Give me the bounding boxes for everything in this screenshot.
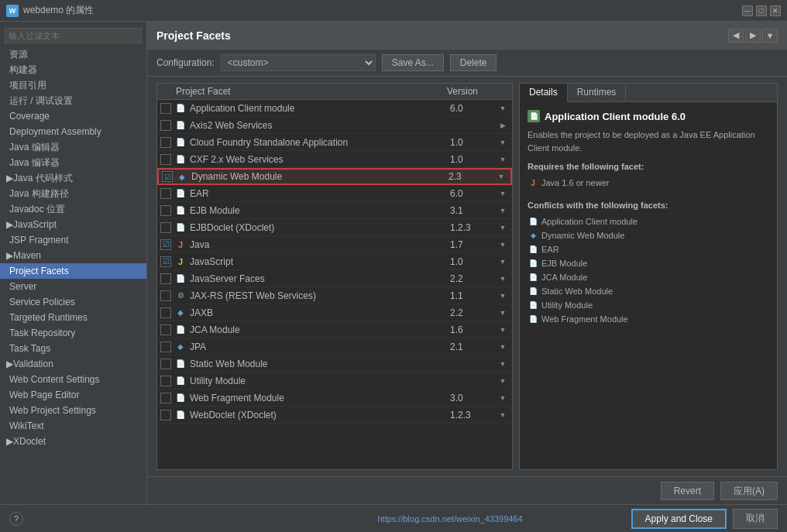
chevron-down-icon[interactable]: ▼ <box>497 224 509 232</box>
close-button[interactable]: ✕ <box>770 5 781 16</box>
table-row[interactable]: ☐ 📄 Cloud Foundry Standalone Application… <box>157 134 512 151</box>
facet-checkbox[interactable]: ☐ <box>160 307 171 318</box>
sidebar-item-WebContentSettings[interactable]: Web Content Settings <box>0 372 146 387</box>
table-row[interactable]: ☐ 📄 Axis2 Web Services ▶ <box>157 117 512 134</box>
sidebar-item-Java代码样式[interactable]: ▶ Java 代码样式 <box>0 170 146 186</box>
facet-checkbox[interactable]: ☐ <box>160 103 171 114</box>
facet-checkbox[interactable]: ☑ <box>160 239 171 250</box>
config-select[interactable]: <custom> <box>221 54 376 71</box>
facet-checkbox[interactable]: ☐ <box>160 324 171 335</box>
table-row[interactable]: ☑ J JavaScript 1.0 ▼ <box>157 253 512 270</box>
chevron-down-icon[interactable]: ▼ <box>497 411 509 419</box>
apply-button[interactable]: 应用(A) <box>720 482 778 500</box>
sidebar-item-TaskTags[interactable]: Task Tags <box>0 341 146 356</box>
table-row[interactable]: ☐ 📄 EJBDoclet (XDoclet) 1.2.3 ▼ <box>157 219 512 236</box>
facet-checkbox[interactable]: ☑ <box>160 256 171 267</box>
minimize-button[interactable]: — <box>742 5 753 16</box>
facet-checkbox[interactable]: ☐ <box>160 290 171 301</box>
chevron-down-icon[interactable]: ▼ <box>497 139 509 146</box>
chevron-down-icon[interactable]: ▼ <box>497 156 509 163</box>
facet-checkbox[interactable]: ☐ <box>160 376 171 386</box>
chevron-down-icon[interactable]: ▼ <box>497 394 509 402</box>
chevron-down-icon[interactable]: ▶ <box>497 122 509 129</box>
sidebar-item-Javadoc[interactable]: Javadoc 位置 <box>0 201 146 217</box>
forward-button[interactable]: ▶ <box>745 29 761 43</box>
table-row[interactable]: ☑ J Java 1.7 ▼ <box>157 236 512 253</box>
sidebar-item-Java构建路径[interactable]: Java 构建路径 <box>0 186 146 201</box>
table-row[interactable]: ☐ 📄 Utility Module ▼ <box>157 372 512 390</box>
table-row[interactable]: ☐ 📄 EJB Module 3.1 ▼ <box>157 202 512 219</box>
sidebar-item-DeploymentAssembly[interactable]: Deployment Assembly <box>0 124 146 139</box>
table-row[interactable]: ☐ 📄 EAR 6.0 ▼ <box>157 185 512 202</box>
menu-button[interactable]: ▼ <box>762 29 778 43</box>
facet-checkbox[interactable]: ☑ <box>162 171 173 182</box>
sidebar-item-项目引用[interactable]: 项目引用 <box>0 77 146 93</box>
facet-checkbox[interactable]: ☐ <box>160 137 171 148</box>
chevron-down-icon[interactable]: ▼ <box>497 377 509 385</box>
sidebar-item-TaskRepository[interactable]: Task Repository <box>0 325 146 341</box>
save-as-button[interactable]: Save As... <box>382 54 444 71</box>
chevron-down-icon[interactable]: ▼ <box>497 309 509 317</box>
sidebar-item-Java编辑器[interactable]: Java 编辑器 <box>0 139 146 155</box>
facet-checkbox[interactable]: ☐ <box>160 410 171 420</box>
table-row[interactable]: ☐ ◆ JPA 2.1 ▼ <box>157 338 512 355</box>
chevron-down-icon[interactable]: ▼ <box>495 173 507 180</box>
facet-checkbox[interactable]: ☐ <box>160 154 171 165</box>
chevron-down-icon[interactable]: ▼ <box>497 241 509 249</box>
sidebar-search-input[interactable] <box>5 28 142 43</box>
facet-checkbox[interactable]: ☐ <box>160 188 171 199</box>
chevron-down-icon[interactable]: ▼ <box>497 258 509 266</box>
table-row[interactable]: ☐ ◆ JAXB 2.2 ▼ <box>157 304 512 321</box>
sidebar-item-XDoclet[interactable]: ▶ XDoclet <box>0 434 146 449</box>
sidebar-item-构建器[interactable]: 构建器 <box>0 62 146 77</box>
sidebar-item-资源[interactable]: 资源 <box>0 46 146 62</box>
sidebar-item-ProjectFacets[interactable]: Project Facets <box>0 263 146 279</box>
sidebar-item-WebProjectSettings[interactable]: Web Project Settings <box>0 403 146 418</box>
facet-checkbox[interactable]: ☐ <box>160 205 171 216</box>
tab-details[interactable]: Details <box>520 84 568 102</box>
sidebar-item-Java编译器[interactable]: Java 编译器 <box>0 155 146 170</box>
sidebar-item-WikiText[interactable]: WikiText <box>0 418 146 434</box>
apply-and-close-button[interactable]: Apply and Close <box>631 509 727 529</box>
chevron-down-icon[interactable]: ▼ <box>497 292 509 300</box>
table-row[interactable]: ☐ 📄 WebDoclet (XDoclet) 1.2.3 ▼ <box>157 407 512 424</box>
sidebar-item-TargetedRuntimes[interactable]: Targeted Runtimes <box>0 310 146 325</box>
chevron-down-icon[interactable]: ▼ <box>497 343 509 351</box>
sidebar-item-Server[interactable]: Server <box>0 279 146 294</box>
table-row[interactable]: ☐ 📄 JCA Module 1.6 ▼ <box>157 321 512 338</box>
chevron-down-icon[interactable]: ▼ <box>497 105 509 112</box>
tab-runtimes[interactable]: Runtimes <box>568 84 627 101</box>
facet-checkbox[interactable]: ☐ <box>160 342 171 352</box>
table-row[interactable]: ☑ ◆ Dynamic Web Module 2.3 ▼ <box>157 168 512 185</box>
table-row[interactable]: ☐ 📄 Application Client module 6.0 ▼ <box>157 100 512 117</box>
chevron-down-icon[interactable]: ▼ <box>497 190 509 197</box>
help-button[interactable]: ? <box>9 512 23 526</box>
facet-checkbox[interactable]: ☐ <box>160 359 171 369</box>
cancel-button[interactable]: 取消 <box>733 509 778 529</box>
back-button[interactable]: ◀ <box>728 29 744 43</box>
facet-checkbox[interactable]: ☐ <box>160 120 171 131</box>
table-row[interactable]: ☐ 📄 JavaServer Faces 2.2 ▼ <box>157 270 512 287</box>
table-row[interactable]: ☐ 📄 Web Fragment Module 3.0 ▼ <box>157 390 512 407</box>
facet-checkbox[interactable]: ☐ <box>160 222 171 233</box>
sidebar-item-JavaScript[interactable]: ▶ JavaScript <box>0 217 146 232</box>
sidebar-item-ServicePolicies[interactable]: Service Policies <box>0 294 146 310</box>
chevron-down-icon[interactable]: ▼ <box>497 326 509 334</box>
chevron-down-icon[interactable]: ▼ <box>497 360 509 368</box>
facet-checkbox[interactable]: ☐ <box>160 273 171 284</box>
facet-checkbox[interactable]: ☐ <box>160 393 171 403</box>
sidebar-item-Maven[interactable]: ▶ Maven <box>0 248 146 263</box>
revert-button[interactable]: Revert <box>661 482 714 500</box>
sidebar-item-Coverage[interactable]: Coverage <box>0 108 146 124</box>
chevron-down-icon[interactable]: ▼ <box>497 207 509 215</box>
sidebar-item-Validation[interactable]: ▶ Validation <box>0 356 146 372</box>
table-row[interactable]: ☐ 📄 Static Web Module ▼ <box>157 355 512 372</box>
table-row[interactable]: ☐ ⚙ JAX-RS (REST Web Services) 1.1 ▼ <box>157 287 512 304</box>
delete-button[interactable]: Delete <box>450 54 497 71</box>
sidebar-item-JSPFragment[interactable]: JSP Fragment <box>0 232 146 248</box>
table-row[interactable]: ☐ 📄 CXF 2.x Web Services 1.0 ▼ <box>157 151 512 168</box>
sidebar-item-运行调试[interactable]: 运行 / 调试设置 <box>0 93 146 108</box>
sidebar-item-WebPageEditor[interactable]: Web Page Editor <box>0 387 146 403</box>
maximize-button[interactable]: □ <box>756 5 767 16</box>
chevron-down-icon[interactable]: ▼ <box>497 275 509 283</box>
